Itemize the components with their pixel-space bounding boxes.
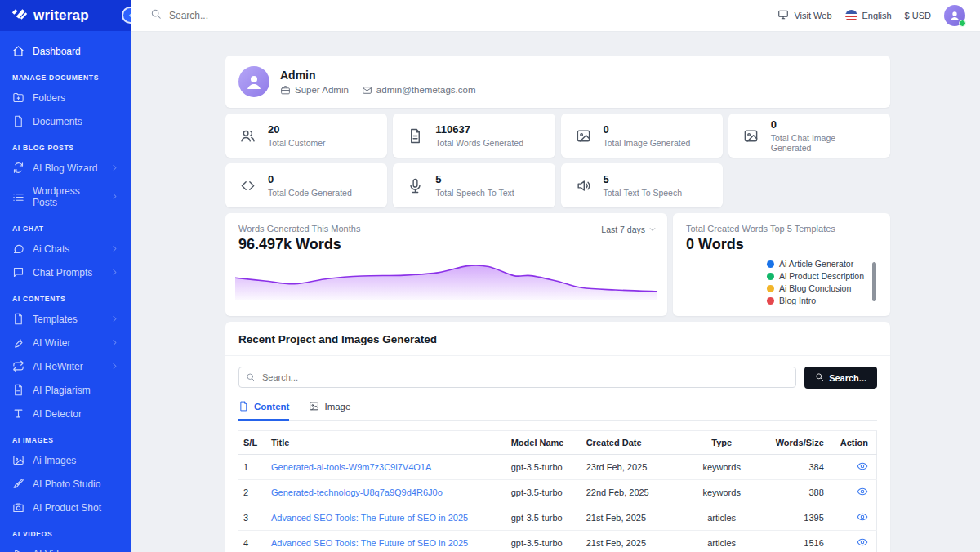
cell-model: gpt-3.5-turbo — [506, 480, 581, 505]
tab-image[interactable]: Image — [309, 401, 350, 421]
cell-date: 23rd Feb, 2025 — [581, 455, 673, 480]
content-image-tabs: ContentImage — [238, 401, 877, 421]
legend-item-ai-article-generator[interactable]: Ai Article Generator — [767, 259, 864, 269]
sidebar-item-templates[interactable]: Templates — [0, 307, 131, 331]
admin-role: Super Admin — [280, 85, 349, 96]
legend-item-blog-intro[interactable]: Blog Intro — [767, 296, 864, 305]
words-chart-total: 96.497k Words — [238, 236, 654, 253]
view-action-button[interactable] — [857, 461, 868, 472]
chevron-right-icon — [111, 361, 118, 372]
sidebar-item-ai-detector[interactable]: AI Detector — [0, 402, 131, 425]
writerap-logo-icon — [11, 7, 28, 24]
stat-label: Total Speech To Text — [435, 188, 514, 198]
language-selector[interactable]: English — [845, 10, 892, 22]
sidebar-item-ai-rewriter[interactable]: AI ReWriter — [0, 354, 131, 378]
project-title-link[interactable]: Advanced SEO Tools: The Future of SEO in… — [271, 513, 468, 523]
speaker-icon — [576, 178, 591, 194]
brand[interactable]: writerap — [0, 0, 131, 31]
cell-words: 384 — [771, 455, 835, 480]
legend-dot — [767, 260, 774, 268]
sidebar-item-ai-photo-studio[interactable]: AI Photo Studio — [0, 472, 131, 496]
repeat-icon — [12, 360, 24, 372]
main-area: Visit Web English $ USD — [131, 0, 980, 552]
briefcase-icon — [280, 85, 291, 96]
project-title-link[interactable]: Generated-ai-tools-W9m7z3C9i7V4O1A — [271, 462, 431, 472]
image-icon — [309, 401, 319, 412]
sidebar-item-ai-plagiarism[interactable]: AI Plagiarism — [0, 378, 131, 402]
cell-type: keywords — [673, 480, 771, 505]
us-flag-icon — [845, 10, 858, 22]
stats-row-2: 0Total Code Generated5Total Speech To Te… — [225, 163, 890, 207]
sidebar-item-folders[interactable]: Folders — [0, 86, 131, 109]
stat-card-total-code-generated: 0Total Code Generated — [225, 163, 387, 207]
sidebar-item-documents[interactable]: Documents — [0, 109, 131, 133]
project-title-link[interactable]: Generated-technology-U8q7a9Q9d4R6J0o — [271, 487, 443, 497]
app-root: writerap ‹ DashboardMANAGE DOCUMENTSFold… — [0, 0, 980, 552]
cell-type: articles — [673, 505, 771, 531]
column-header-created-date: Created Date — [581, 431, 673, 455]
project-title-link[interactable]: Advanced SEO Tools: The Future of SEO in… — [271, 538, 468, 548]
topbar: Visit Web English $ USD — [131, 0, 980, 31]
camera-icon — [12, 501, 24, 514]
search-icon — [815, 372, 824, 383]
table-search-input[interactable] — [238, 367, 796, 388]
eye-icon — [857, 511, 868, 523]
sidebar-section-ai-images: AI IMAGES — [0, 425, 131, 448]
table-row: 3Advanced SEO Tools: The Future of SEO i… — [238, 505, 877, 531]
table-search-wrap — [238, 367, 796, 389]
sidebar-item-ai-images[interactable]: Ai Images — [0, 448, 131, 472]
sidebar-section-ai-contents: AI CONTENTS — [0, 284, 131, 307]
sidebar-section-manage-documents: MANAGE DOCUMENTS — [0, 63, 131, 86]
message-icon — [12, 266, 24, 278]
stat-value: 0 — [604, 123, 691, 136]
tab-content[interactable]: Content — [238, 401, 289, 421]
templates-chart-total: 0 Words — [686, 236, 877, 253]
sidebar-section-ai-videos: AI VIDEOS — [0, 519, 131, 542]
legend-item-ai-product-description[interactable]: Ai Product Description — [767, 271, 864, 281]
table-search-button[interactable]: Search... — [804, 367, 877, 389]
charts-row: Words Generated This Months 96.497k Word… — [225, 213, 890, 316]
eye-icon — [857, 536, 868, 548]
view-action-button[interactable] — [857, 486, 868, 497]
stat-label: Total Text To Speech — [604, 188, 683, 198]
visit-web-link[interactable]: Visit Web — [777, 9, 831, 22]
recent-projects-card: Recent Project and Images Generated Sear… — [225, 322, 890, 552]
cell-type: articles — [673, 531, 771, 552]
sidebar-item-ai-videos[interactable]: AI Videos — [0, 542, 131, 552]
words-chart-subtitle: Words Generated This Months — [238, 224, 654, 234]
stat-value: 110637 — [435, 123, 523, 136]
sidebar-item-ai-writer[interactable]: AI Writer — [0, 331, 131, 354]
file-text-icon — [408, 128, 423, 144]
sidebar-item-wordpress-posts[interactable]: Wordpress Posts — [0, 180, 131, 214]
chart-legend: Ai Article GeneratorAi Product Descripti… — [767, 259, 864, 305]
legend-item-ai-blog-conclusion[interactable]: Ai Blog Conclusion — [767, 283, 864, 293]
admin-email: admin@themetags.com — [362, 85, 476, 96]
chart-range-dropdown[interactable]: Last 7 days — [601, 225, 656, 234]
sidebar-item-ai-product-shot[interactable]: AI Product Shot — [0, 496, 131, 519]
brush-icon — [12, 478, 24, 490]
cell-date: 21st Feb, 2025 — [581, 505, 673, 531]
cell-type: keywords — [673, 455, 771, 480]
user-avatar[interactable] — [944, 5, 965, 26]
column-header-model-name: Model Name — [506, 431, 581, 455]
cell-date: 21st Feb, 2025 — [581, 531, 673, 552]
global-search-input[interactable] — [169, 10, 349, 21]
sidebar-item-ai-blog-wizard[interactable]: AI Blog Wizard — [0, 156, 131, 180]
play-icon — [12, 548, 24, 552]
stat-label: Total Customer — [268, 138, 326, 148]
sidebar-item-chat-prompts[interactable]: Chat Prompts — [0, 260, 131, 284]
legend-scrollbar[interactable] — [872, 262, 876, 301]
brand-name: writerap — [33, 7, 89, 24]
stat-card-total-image-generated: 0Total Image Generated — [561, 114, 723, 158]
view-action-button[interactable] — [857, 511, 868, 523]
currency-selector[interactable]: $ USD — [905, 11, 931, 20]
column-header-s-l: S/L — [238, 431, 266, 455]
chevron-right-icon — [111, 337, 118, 349]
stat-label: Total Chat Image Generated — [771, 133, 875, 153]
cell-date: 22nd Feb, 2025 — [581, 480, 673, 505]
chevron-right-icon — [111, 191, 118, 203]
sidebar-item-ai-chats[interactable]: Ai Chats — [0, 237, 131, 260]
view-action-button[interactable] — [857, 536, 868, 548]
mic-icon — [408, 178, 423, 194]
sidebar-item-dashboard[interactable]: Dashboard — [0, 39, 131, 63]
